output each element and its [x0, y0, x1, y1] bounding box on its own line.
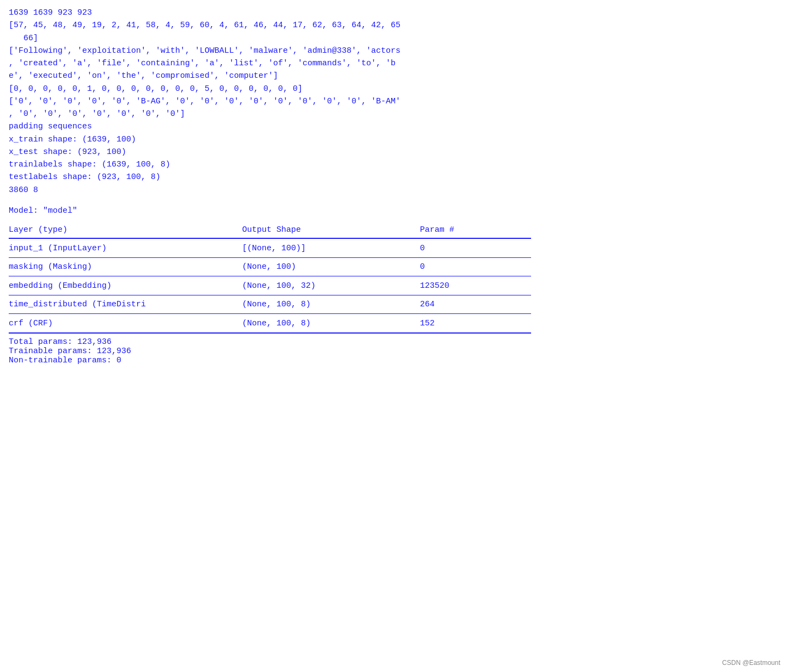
code-line-14: testlabels shape: (923, 100, 8) [9, 171, 780, 183]
trainable-params-row: Trainable params: 123,936 [9, 347, 531, 356]
col-params-header: Param # [420, 222, 531, 238]
col-layer-header: Layer (type) [9, 222, 242, 238]
non-trainable-params-text: Non-trainable params: 0 [9, 356, 531, 365]
cell-params: 0 [420, 258, 531, 276]
code-line-11: x_train shape: (1639, 100) [9, 133, 780, 146]
code-line-5: , 'created', 'a', 'file', 'containing', … [9, 57, 780, 70]
code-line-10: padding sequences [9, 120, 780, 133]
non-trainable-params-row: Non-trainable params: 0 [9, 356, 531, 365]
code-line-1: 1639 1639 923 923 [9, 7, 780, 19]
cell-layer: embedding (Embedding) [9, 277, 242, 295]
col-output-header: Output Shape [242, 222, 420, 238]
code-output: 1639 1639 923 923 [57, 45, 48, 49, 19, 2… [9, 7, 780, 196]
cell-layer: input_1 (InputLayer) [9, 239, 242, 258]
cell-params: 123520 [420, 277, 531, 295]
table-row: embedding (Embedding)(None, 100, 32)1235… [9, 277, 531, 295]
table-row: masking (Masking)(None, 100)0 [9, 258, 531, 276]
code-line-12: x_test shape: (923, 100) [9, 146, 780, 158]
code-line-8: ['0', '0', '0', '0', '0', 'B-AG', '0', '… [9, 95, 780, 108]
table-header-row: Layer (type) Output Shape Param # [9, 222, 531, 238]
code-line-9: , '0', '0', '0', '0', '0', '0', '0'] [9, 108, 780, 120]
cell-params: 152 [420, 315, 531, 333]
code-line-15: 3860 8 [9, 184, 780, 196]
code-line-2: [57, 45, 48, 49, 19, 2, 41, 58, 4, 59, 6… [9, 19, 780, 32]
cell-params: 0 [420, 239, 531, 258]
cell-layer: masking (Masking) [9, 258, 242, 276]
total-params-row: Total params: 123,936 [9, 334, 531, 347]
code-line-6: e', 'executed', 'on', 'the', 'compromise… [9, 70, 780, 82]
cell-layer: crf (CRF) [9, 315, 242, 333]
total-params-text: Total params: 123,936 [9, 334, 531, 347]
code-line-4: ['Following', 'exploitation', 'with', 'L… [9, 45, 780, 57]
cell-output: (None, 100, 8) [242, 295, 420, 314]
cell-output: (None, 100, 8) [242, 315, 420, 333]
cell-params: 264 [420, 295, 531, 314]
cell-output: (None, 100) [242, 258, 420, 276]
cell-output: (None, 100, 32) [242, 277, 420, 295]
table-row: time_distributed (TimeDistri(None, 100, … [9, 295, 531, 314]
trainable-params-text: Trainable params: 123,936 [9, 347, 531, 356]
model-summary-table: Layer (type) Output Shape Param # input_… [9, 222, 531, 365]
watermark: CSDN @Eastmount [722, 659, 780, 667]
table-row: crf (CRF)(None, 100, 8)152 [9, 315, 531, 333]
code-line-3: 66] [9, 32, 780, 45]
model-title: Model: "model" [9, 206, 780, 215]
code-line-7: [0, 0, 0, 0, 0, 1, 0, 0, 0, 0, 0, 0, 0, … [9, 83, 780, 95]
code-line-13: trainlabels shape: (1639, 100, 8) [9, 158, 780, 171]
table-row: input_1 (InputLayer)[(None, 100)]0 [9, 239, 531, 258]
cell-output: [(None, 100)] [242, 239, 420, 258]
cell-layer: time_distributed (TimeDistri [9, 295, 242, 314]
